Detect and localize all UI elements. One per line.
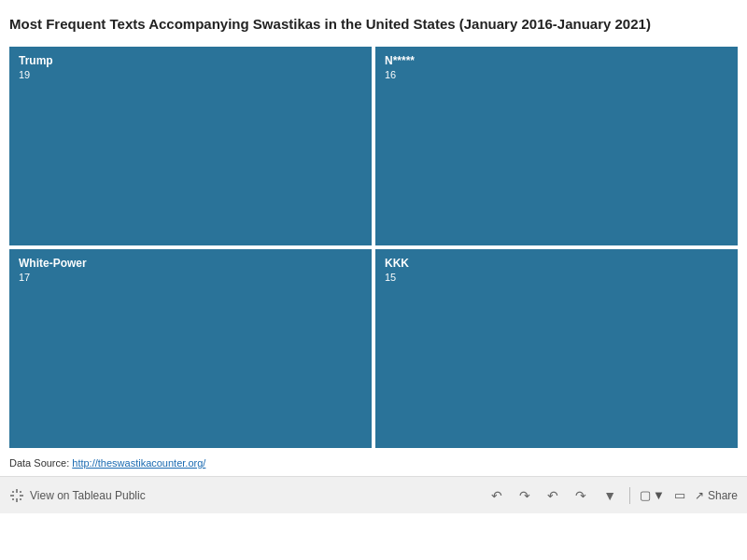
forward-button[interactable]: ↷ [571,486,590,505]
svg-rect-7 [20,498,21,500]
treemap-cell-kkk: KKK 15 [375,249,738,448]
cell-label-kkk: KKK [385,257,728,270]
data-source-label: Data Source: [9,457,69,469]
tableau-label[interactable]: View on Tableau Public [30,489,146,502]
share-label: Share [708,489,738,502]
svg-rect-2 [10,495,14,497]
tableau-left: View on Tableau Public [9,488,146,503]
revert-button[interactable]: ↶ [543,486,562,505]
share-icon: ↗ [695,489,704,502]
chart-title: Most Frequent Texts Accompanying Swastik… [9,15,738,34]
cell-label-trump: Trump [19,54,362,67]
svg-rect-3 [20,495,23,497]
undo-button[interactable]: ↶ [487,486,506,505]
svg-rect-4 [12,491,14,493]
download-icon: ▢ [640,488,651,502]
fullscreen-button[interactable]: ▭ [674,488,685,502]
svg-rect-0 [16,489,18,493]
cell-value-white-power: 17 [19,272,362,283]
dropdown-button[interactable]: ▼ [599,486,620,505]
download-arrow-icon: ▼ [653,488,665,502]
treemap-container: Trump 19 N***** 16 White-Power 17 KKK 15 [9,47,738,448]
tableau-logo-icon [9,488,24,503]
cell-label-white-power: White-Power [19,257,362,270]
download-button[interactable]: ▢ ▼ [640,488,665,502]
tableau-bar: View on Tableau Public ↶ ↷ ↶ ↷ ▼ ▢ ▼ ▭ ↗ [0,476,747,513]
svg-rect-5 [20,491,21,493]
cell-value-trump: 19 [19,69,362,80]
svg-rect-6 [12,498,14,500]
data-source: Data Source: http://theswastikacounter.o… [9,457,738,469]
cell-value-kkk: 15 [385,272,728,283]
fullscreen-icon: ▭ [674,488,685,502]
divider [629,487,630,504]
page-wrapper: Most Frequent Texts Accompanying Swastik… [0,0,747,560]
cell-label-slur: N***** [385,54,728,67]
svg-rect-1 [16,498,18,502]
tableau-controls: ↶ ↷ ↶ ↷ ▼ ▢ ▼ ▭ ↗ Share [487,486,738,505]
treemap-cell-white-power: White-Power 17 [9,249,372,448]
redo-button[interactable]: ↷ [515,486,534,505]
footer-area: Data Source: http://theswastikacounter.o… [9,457,738,513]
treemap-cell-slur: N***** 16 [375,47,738,245]
data-source-link[interactable]: http://theswastikacounter.org/ [72,457,205,469]
share-button[interactable]: ↗ Share [695,489,738,502]
cell-value-slur: 16 [385,69,728,80]
treemap-cell-trump: Trump 19 [9,47,372,245]
